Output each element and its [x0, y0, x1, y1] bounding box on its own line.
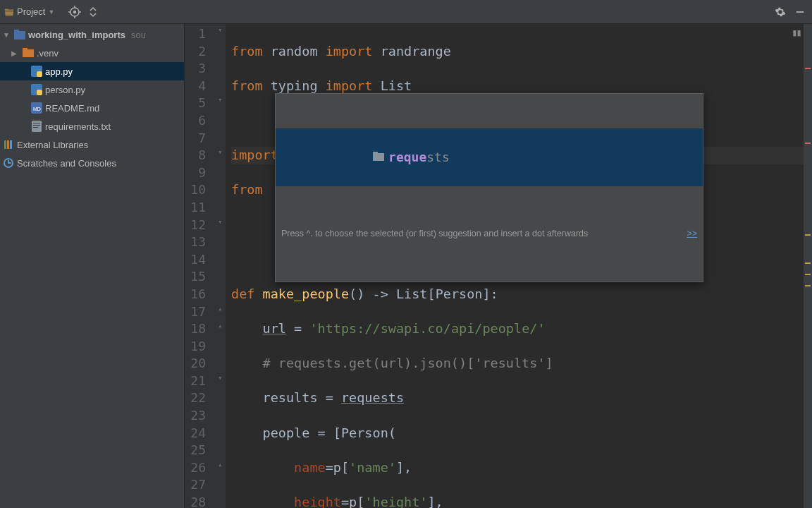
locate-icon[interactable] — [67, 4, 82, 20]
line-number: 1 — [185, 25, 206, 43]
error-marker[interactable] — [805, 143, 811, 144]
svg-rect-17 — [32, 121, 42, 132]
tree-file-readme[interactable]: MD README.md — [0, 99, 184, 117]
module-folder-icon — [14, 29, 25, 40]
settings-icon[interactable] — [773, 4, 788, 20]
chevron-down-icon: ▼ — [48, 8, 54, 16]
line-number: 9 — [185, 164, 206, 182]
line-number-gutter: 1 2 3 4 5 6 7 8 9 10 11 12 13 14 15 16 1… — [185, 24, 219, 508]
autocomplete-item[interactable]: requests — [276, 128, 703, 186]
tree-item-label: .venv — [37, 48, 59, 59]
svg-rect-23 — [10, 140, 12, 149]
autocomplete-hint: Press ^. to choose the selected (or firs… — [276, 221, 703, 247]
autocomplete-popup[interactable]: requests Press ^. to choose the selected… — [275, 93, 703, 282]
svg-rect-22 — [7, 140, 9, 149]
project-tree[interactable]: ▼ working_with_imports sou ▶ .venv app.p… — [0, 24, 185, 508]
fold-icon[interactable] — [218, 373, 223, 382]
inspection-pause-icon[interactable]: ▮▮ — [792, 27, 801, 38]
line-number: 6 — [185, 112, 206, 130]
tree-root-hint: sou — [131, 30, 146, 40]
fold-icon[interactable] — [218, 304, 223, 313]
warning-marker[interactable] — [805, 262, 811, 264]
line-number: 22 — [185, 389, 206, 407]
tree-file-reqs[interactable]: requirements.txt — [0, 117, 184, 135]
folder-icon — [23, 47, 34, 59]
autocomplete-hint-text: Press ^. to choose the selected (or firs… — [281, 225, 588, 243]
warning-marker[interactable] — [805, 285, 811, 286]
line-number: 14 — [185, 251, 206, 269]
line-number: 27 — [185, 476, 206, 494]
python-file-icon — [31, 66, 42, 77]
text-file-icon — [31, 121, 42, 132]
line-number: 3 — [185, 60, 206, 78]
fold-icon[interactable] — [218, 460, 223, 469]
scratches-icon — [3, 157, 14, 169]
tree-item-label: External Libraries — [17, 140, 88, 150]
tree-disclosure-icon[interactable]: ▶ — [11, 49, 20, 57]
expand-all-icon[interactable] — [85, 4, 101, 20]
line-number: 15 — [185, 268, 206, 286]
package-icon — [281, 131, 384, 183]
folder-open-icon — [4, 7, 14, 17]
line-number: 17 — [185, 303, 206, 321]
error-stripe[interactable] — [804, 24, 812, 508]
toolbar-label: Project — [17, 6, 45, 17]
autocomplete-more-link[interactable]: >> — [687, 225, 697, 243]
code-area[interactable]: from random import randrange from typing… — [226, 24, 812, 508]
fold-icon[interactable] — [218, 217, 223, 226]
svg-point-1 — [74, 11, 76, 13]
line-number: 11 — [185, 199, 206, 217]
tree-external-libraries[interactable]: External Libraries — [0, 135, 184, 154]
svg-rect-28 — [373, 152, 378, 155]
code-editor[interactable]: 1 2 3 4 5 6 7 8 9 10 11 12 13 14 15 16 1… — [185, 24, 812, 508]
svg-rect-26 — [8, 162, 11, 164]
line-number: 28 — [185, 494, 206, 508]
fold-icon[interactable] — [218, 95, 223, 104]
tree-item-label: person.py — [45, 85, 85, 95]
tree-disclosure-icon[interactable]: ▼ — [3, 31, 11, 39]
fold-icon[interactable] — [218, 25, 223, 35]
toolbar: Project ▼ — [0, 0, 812, 24]
tree-folder-venv[interactable]: ▶ .venv — [0, 44, 184, 62]
fold-icon[interactable] — [218, 147, 223, 157]
tree-scratches[interactable]: Scratches and Consoles — [0, 154, 184, 172]
tree-file-person[interactable]: person.py — [0, 80, 184, 99]
line-number: 19 — [185, 338, 206, 356]
svg-rect-18 — [33, 123, 40, 123]
fold-gutter — [219, 24, 226, 508]
tree-item-label: app.py — [45, 66, 73, 77]
line-number: 2 — [185, 43, 206, 61]
svg-rect-20 — [33, 127, 38, 128]
autocomplete-match: reque — [388, 150, 426, 164]
line-number: 18 — [185, 320, 206, 338]
tree-file-app[interactable]: app.py — [0, 62, 184, 80]
tree-item-label: README.md — [45, 103, 99, 114]
line-number: 24 — [185, 425, 206, 442]
line-number: 10 — [185, 181, 206, 199]
library-icon — [3, 139, 14, 150]
line-number: 13 — [185, 234, 206, 251]
warning-marker[interactable] — [805, 234, 811, 236]
svg-rect-21 — [4, 140, 6, 149]
tree-item-label: requirements.txt — [45, 121, 111, 132]
tree-root[interactable]: ▼ working_with_imports sou — [0, 25, 184, 44]
line-number: 25 — [185, 442, 206, 459]
project-dropdown[interactable]: Project ▼ — [4, 6, 54, 17]
svg-rect-8 — [14, 30, 19, 32]
error-marker[interactable] — [805, 68, 811, 69]
tree-root-name: working_with_imports — [28, 30, 125, 40]
svg-rect-10 — [23, 48, 27, 51]
fold-icon[interactable] — [218, 321, 223, 330]
line-number: 7 — [185, 130, 206, 147]
svg-rect-6 — [796, 11, 804, 13]
line-number: 12 — [185, 217, 206, 234]
autocomplete-rest: sts — [426, 150, 450, 164]
svg-rect-12 — [37, 71, 42, 77]
line-number: 26 — [185, 459, 206, 477]
markdown-file-icon: MD — [31, 102, 42, 114]
line-number: 16 — [185, 286, 206, 303]
warning-marker[interactable] — [805, 274, 811, 275]
svg-text:MD: MD — [33, 107, 41, 111]
svg-rect-19 — [33, 125, 40, 126]
hide-icon[interactable] — [792, 4, 808, 20]
